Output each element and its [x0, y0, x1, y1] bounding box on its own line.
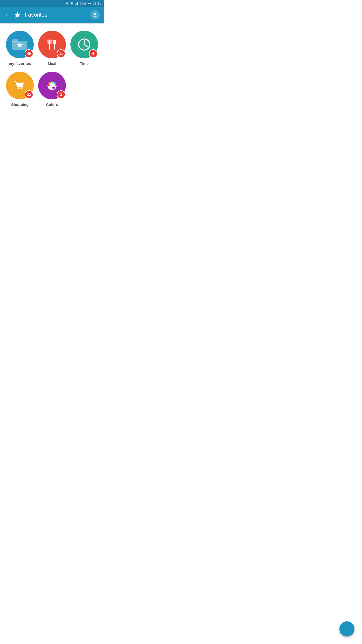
svg-point-24: [49, 82, 51, 84]
svg-point-22: [52, 87, 55, 89]
svg-rect-0: [75, 4, 76, 5]
svg-point-18: [84, 44, 85, 45]
svg-rect-2: [77, 3, 77, 5]
battery-icon: [87, 2, 92, 5]
cart-icon: [12, 78, 27, 93]
page-title: Favorites: [25, 12, 47, 18]
app-bar-left: ← Favorites: [5, 11, 47, 19]
status-icons: 92% 15:51: [65, 2, 101, 6]
content-area: 49 my favorites: [0, 24, 104, 114]
circle-container-my-favorites: 49: [6, 31, 34, 58]
svg-rect-5: [12, 39, 18, 42]
svg-point-20: [21, 87, 23, 89]
time-text: 15:51: [93, 2, 101, 6]
badge-colors: 3: [57, 90, 65, 99]
badge-meal: 11: [57, 49, 65, 58]
circle-container-time: 6: [70, 31, 98, 58]
mute-icon: [65, 2, 69, 5]
cutlery-icon: [45, 37, 59, 52]
badge-time: 6: [89, 49, 98, 58]
status-bar: 92% 15:51: [0, 0, 104, 7]
label-colors: Colors: [46, 102, 58, 107]
circle-container-meal: 11: [38, 31, 66, 58]
label-shopping: Shopping: [11, 102, 28, 107]
signal-icon: [75, 2, 78, 5]
download-button[interactable]: [90, 10, 100, 19]
star-folder-icon: [12, 38, 27, 51]
svg-rect-1: [76, 3, 76, 5]
download-icon: [93, 12, 98, 17]
svg-point-27: [55, 84, 57, 86]
grid-item-shopping[interactable]: 22 Shopping: [5, 72, 35, 107]
wifi-icon: [70, 2, 74, 5]
svg-rect-3: [77, 2, 78, 5]
grid-item-my-favorites[interactable]: 49 my favorites: [5, 31, 35, 66]
app-bar: ← Favorites: [0, 7, 104, 23]
grid-item-meal[interactable]: 11 Meal: [37, 31, 67, 66]
badge-my-favorites: 49: [25, 49, 33, 58]
label-meal: Meal: [48, 61, 56, 66]
svg-point-19: [18, 87, 20, 89]
label-my-favorites: my favorites: [9, 61, 31, 66]
circle-container-colors: 3: [38, 72, 66, 99]
back-button[interactable]: ←: [5, 12, 10, 18]
battery-text: 92%: [80, 2, 86, 6]
label-time: Time: [80, 61, 89, 66]
svg-point-25: [51, 81, 53, 83]
grid-item-colors[interactable]: 3 Colors: [37, 72, 67, 107]
favorites-grid: 49 my favorites: [5, 31, 99, 107]
clock-icon: [77, 37, 92, 52]
palette-icon: [45, 78, 59, 93]
svg-point-23: [48, 84, 50, 86]
svg-point-26: [54, 82, 56, 84]
grid-item-time[interactable]: 6 Time: [69, 31, 99, 66]
badge-shopping: 22: [25, 90, 33, 99]
favorites-star-icon: [14, 11, 21, 19]
circle-container-shopping: 22: [6, 72, 34, 99]
